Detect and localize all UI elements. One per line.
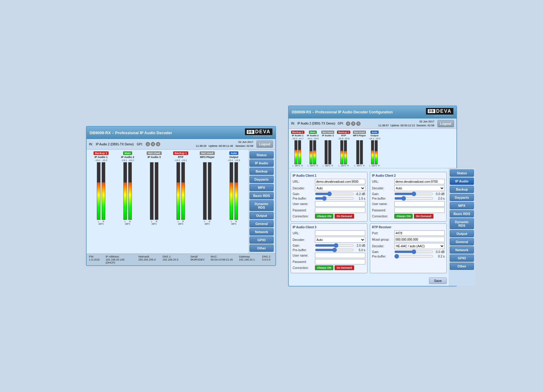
right-gpi-label: GPI:	[338, 122, 344, 125]
client1-url-input[interactable]	[315, 179, 365, 184]
client1-prebuffer-value: 1.5 s	[355, 197, 365, 200]
client2-url-input[interactable]	[394, 179, 445, 184]
client2-gain-slider[interactable]	[394, 192, 433, 196]
right-btn-dynamicrds[interactable]: Dynamic RDS	[450, 218, 474, 229]
left-meters-section: Backup 2 IP Audio 1 -13.1 -13.3 L R d	[87, 150, 248, 227]
left-session-info: 02 Jun 2017 11:38:29 Uptime: 0d 00:11:45…	[196, 140, 253, 148]
meter-bar-l-6: L	[229, 162, 233, 223]
r-meter-4: Backup 1 RTP -15.4 -15.6 L dBFS R	[337, 131, 350, 167]
client1-url-label: URL:	[293, 180, 314, 183]
client2-username-input[interactable]	[394, 201, 445, 207]
rtp-gain-slider[interactable]	[394, 250, 433, 254]
meter-values-5	[207, 159, 208, 162]
meter-label-4: RTP	[178, 156, 183, 159]
left-logout-button[interactable]: Logout	[256, 141, 273, 148]
meter-values-4: -13.2 -13.1	[175, 159, 187, 162]
r-meter-3: Not Used IP Audio 3 L dBFS R	[321, 131, 334, 167]
left-btn-basicrds[interactable]: Basic RDS	[249, 192, 274, 199]
rtp-decoder-select[interactable]: HE-AAC / auto (AAC)	[394, 243, 445, 249]
client1-alwayson-btn[interactable]: Always ON	[315, 214, 333, 219]
client2-ondemand-btn[interactable]: On Demand	[414, 214, 433, 219]
client1-password-row: Password:	[293, 207, 365, 213]
client2-password-input[interactable]	[394, 207, 445, 213]
rtp-mcast-label: Mcast group:	[372, 238, 393, 241]
right-btn-backup[interactable]: Backup	[450, 186, 474, 193]
meter-label-5: MP3 Player	[200, 156, 214, 159]
client2-decoder-select[interactable]: Auto	[394, 185, 445, 191]
right-gpi-3: 3	[356, 122, 360, 126]
client1-password-label: Password:	[293, 209, 314, 212]
rtp-mcast-row: Mcast group:	[372, 237, 445, 242]
right-btn-general[interactable]: General	[450, 238, 474, 245]
left-btn-dayparts[interactable]: Dayparts	[249, 176, 274, 183]
client3-gain-value: 2.0 dB	[355, 244, 365, 247]
client2-alwayson-btn[interactable]: Always ON	[394, 214, 413, 219]
client3-prebuffer-value: 5.0 s	[355, 248, 365, 252]
left-btn-general[interactable]: General	[249, 220, 274, 227]
right-btn-network[interactable]: Network	[450, 246, 474, 254]
client1-decoder-select[interactable]: Auto	[315, 185, 365, 191]
client2-connection-label: Connection:	[372, 215, 393, 218]
client3-alwayson-btn[interactable]: Always ON	[315, 265, 333, 270]
client2-decoder-row: Decoder: Auto	[372, 185, 445, 191]
client2-password-label: Password:	[372, 209, 393, 212]
right-btn-dayparts[interactable]: Dayparts	[450, 194, 474, 201]
client2-username-label: User name:	[372, 202, 393, 206]
meter-bar-r-3: R	[154, 162, 159, 223]
left-btn-mpx[interactable]: MPX	[249, 184, 274, 191]
client1-username-input[interactable]	[315, 201, 365, 207]
left-btn-status[interactable]: Status	[249, 151, 274, 159]
left-btn-network[interactable]: Network	[249, 228, 274, 236]
rtp-port-row: Port:	[372, 230, 445, 236]
right-btn-status[interactable]: Status	[450, 169, 474, 177]
client2-gain-value: 0.0 dB	[434, 192, 445, 196]
client3-ondemand-btn[interactable]: On Demand	[335, 265, 354, 270]
right-logout-button[interactable]: Logout	[437, 120, 454, 127]
right-btn-output[interactable]: Output	[450, 230, 474, 237]
client3-title: IP Audio Client 3	[293, 226, 365, 229]
client1-prebuffer-slider[interactable]	[315, 197, 354, 200]
client3-password-input[interactable]	[315, 259, 365, 264]
meter-bars-2: L R	[123, 162, 132, 223]
left-panel-body: Backup 2 IP Audio 1 -13.1 -13.3 L R d	[87, 150, 275, 254]
left-btn-gpio[interactable]: GPIO	[249, 236, 274, 244]
client3-username-input[interactable]	[315, 253, 365, 258]
left-ip: IP Address: 192.168.20.145 (DHCP)	[106, 255, 132, 264]
client1-prebuffer-row: Pre-buffer: 1.5 s	[293, 197, 365, 200]
left-btn-backup[interactable]: Backup	[249, 168, 274, 175]
client2-prebuffer-slider[interactable]	[394, 197, 433, 200]
rtp-prebuffer-slider[interactable]	[394, 254, 433, 258]
save-area: Save	[291, 273, 447, 276]
rtp-title: RTP Receiver	[372, 226, 445, 229]
meter-group-1: Backup 2 IP Audio 1 -13.1 -13.3 L R d	[88, 151, 114, 225]
meter-bars-1: L R	[97, 162, 106, 223]
rtp-mcast-input[interactable]	[394, 237, 445, 242]
right-panel: DB9009-RX – Professional IP Audio Decode…	[288, 106, 457, 286]
right-gpi-circles: 1 2 3	[346, 122, 360, 126]
right-btn-gpio[interactable]: GPIO	[450, 254, 474, 262]
right-btn-mpx[interactable]: MPX	[450, 202, 474, 209]
client1-password-input[interactable]	[315, 207, 365, 213]
left-btn-dynamicrds[interactable]: Dynamic RDS	[249, 200, 274, 211]
client1-gain-row: Gain: -6.2 dB	[293, 192, 365, 196]
client3-gain-slider[interactable]	[315, 244, 354, 247]
meter-group-6: Auto Output -13.1 -13.3 L R dBFS	[221, 151, 246, 225]
save-button[interactable]: Save	[429, 277, 447, 284]
left-btn-output[interactable]: Output	[249, 212, 274, 219]
rtp-prebuffer-value: 0.2 s	[434, 255, 445, 258]
left-btn-ipaudio[interactable]: IP Audio	[249, 160, 274, 167]
right-btn-basicrds[interactable]: Basic RDS	[450, 210, 474, 217]
client1-gain-slider[interactable]	[315, 192, 354, 196]
client1-ondemand-btn[interactable]: On Demand	[335, 214, 354, 219]
rtp-port-input[interactable]	[394, 230, 445, 236]
left-btn-other[interactable]: Other	[249, 245, 274, 252]
right-btn-other[interactable]: Other	[450, 263, 474, 270]
client3-url-input[interactable]	[315, 230, 365, 236]
r-meter-1: Backup 2 IP Audio 1 -15.0 -14.7 L dBFS R	[291, 131, 304, 167]
client3-decoder-select[interactable]: Auto	[315, 237, 365, 243]
client3-prebuffer-slider[interactable]	[315, 248, 354, 252]
left-dns2: DNS 2: 0.0.0.0	[262, 255, 273, 264]
right-btn-ipaudio[interactable]: IP Audio	[450, 178, 474, 185]
client2-prebuffer-value: 2.0 s	[434, 197, 445, 200]
client2-password-row: Password:	[372, 207, 445, 213]
